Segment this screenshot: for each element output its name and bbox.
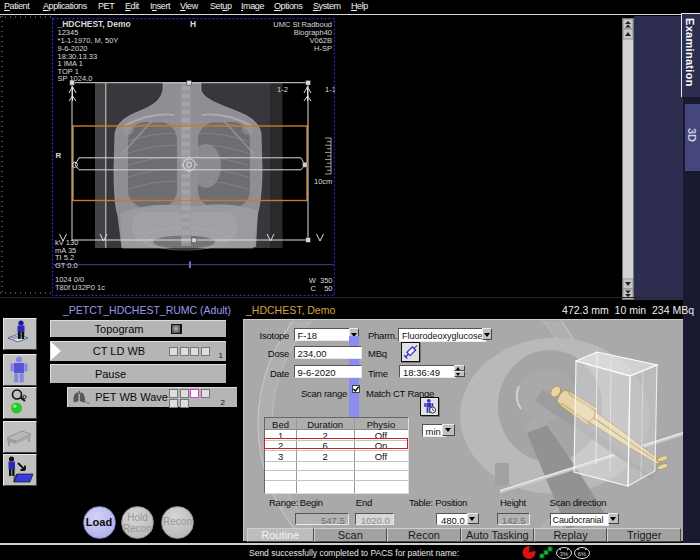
svg-text:6%: 6% [578, 551, 586, 557]
svg-text:C 50: C 50 [310, 284, 332, 293]
svg-text:3%: 3% [560, 551, 568, 557]
svg-text:H-SP: H-SP [314, 44, 332, 53]
svg-text:SP 1024.0: SP 1024.0 [58, 74, 93, 83]
svg-text:GT 0.0: GT 0.0 [55, 261, 78, 270]
svg-text:H: H [190, 19, 196, 29]
svg-text:10cm: 10cm [314, 177, 332, 186]
svg-text:1-2: 1-2 [277, 85, 288, 94]
svg-text:T80f U32P0 1c: T80f U32P0 1c [55, 283, 105, 292]
svg-text:R: R [56, 151, 62, 160]
svg-text:1-1: 1-1 [325, 85, 335, 94]
